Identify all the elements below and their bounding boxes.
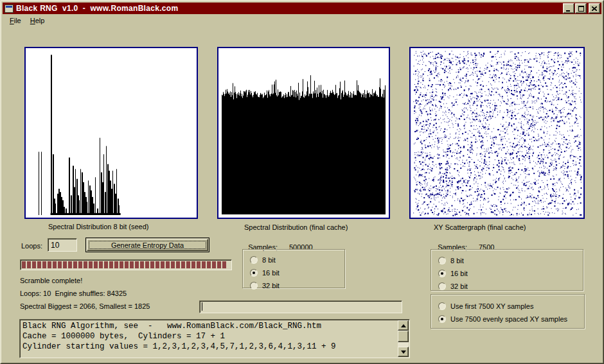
minimize-button[interactable] (563, 3, 574, 13)
progress-segment (135, 261, 139, 268)
progress-segment (181, 261, 185, 268)
progress-segment (48, 261, 51, 268)
log-scrollbar (398, 320, 409, 357)
generate-entropy-button-bevel: Generate Entropy Data (87, 239, 208, 251)
status-loops-shuffles: Loops: 10 Engine shuffles: 84325 (20, 290, 127, 297)
xy-scattergraph-chart (409, 47, 585, 219)
scatter-chart-caption: XY Scattergraph (final cache) (434, 223, 526, 231)
progress-segment (42, 261, 46, 268)
scroll-track[interactable] (398, 342, 409, 347)
radio-icon[interactable] (438, 257, 446, 264)
progress-segment (94, 261, 98, 268)
generate-entropy-button-label: Generate Entropy Data (111, 241, 184, 249)
progress-segment (202, 261, 206, 268)
status-spectral: Spectral Biggest = 2066, Smallest = 1825 (20, 302, 150, 310)
arrow-up-icon (401, 324, 406, 327)
xy-scattergraph-canvas (411, 48, 583, 218)
menu-help[interactable]: Help (26, 15, 49, 26)
progress-segment (145, 261, 149, 268)
progress-segment (37, 261, 41, 268)
close-button[interactable] (589, 3, 600, 13)
window-title: Black RNG v1.0 - www.RomanBlack.com (16, 3, 562, 14)
minimize-icon (566, 6, 571, 12)
progress-segment (109, 261, 113, 268)
radio-icon[interactable] (438, 282, 446, 290)
radio-label: 16 bit (450, 270, 468, 277)
progress-segment (27, 261, 31, 268)
app-icon[interactable] (4, 4, 13, 13)
maximize-icon (578, 6, 584, 12)
loops-label: Loops: (21, 242, 42, 250)
spectral-cache-canvas (218, 48, 389, 218)
algorithm-text: Black RNG Algorithm, see - www.RomanBlac… (20, 320, 409, 353)
progress-segment (166, 261, 170, 268)
progress-segment (217, 261, 221, 268)
cache-bits-8-bit[interactable]: 8 bit (243, 254, 344, 266)
status-scramble: Scramble complete! (20, 277, 82, 284)
maximize-button[interactable] (575, 3, 587, 13)
progress-segment (130, 261, 134, 268)
progress-segment (78, 261, 82, 268)
arrow-down-icon (401, 351, 406, 354)
progress-segment (161, 261, 164, 268)
progress-segment (212, 261, 216, 268)
radio-label: 32 bit (450, 282, 468, 290)
progress-segment (84, 261, 87, 268)
progress-segment (155, 261, 159, 268)
progress-segment (58, 261, 62, 268)
radio-icon[interactable] (438, 302, 446, 310)
scatter-bits-group: 8 bit16 bit32 bit (431, 249, 583, 291)
cache-bits-16-bit[interactable]: 16 bit (243, 266, 344, 279)
spectral-seed-canvas (26, 48, 197, 218)
progress-segment (53, 261, 57, 268)
progress-segment (191, 261, 195, 268)
progress-segment (99, 261, 103, 268)
scatter-bits-32-bit[interactable]: 32 bit (431, 280, 583, 293)
progress-segment (63, 261, 67, 268)
radio-icon[interactable] (250, 269, 258, 277)
progress-segment (68, 261, 72, 268)
scatter-bits-8-bit[interactable]: 8 bit (431, 254, 583, 267)
menu-file[interactable]: File (5, 15, 26, 26)
scroll-thumb[interactable] (398, 331, 409, 342)
scatter-bits-16-bit[interactable]: 16 bit (431, 267, 583, 280)
scatter-sampling-use-7500-evenly-spaced-xy-samples[interactable]: Use 7500 evenly spaced XY samples (431, 313, 584, 325)
scroll-up-button[interactable] (398, 320, 409, 331)
radio-label: Use first 7500 XY samples (450, 302, 533, 310)
scroll-down-button[interactable] (398, 347, 409, 357)
progress-segment (125, 261, 129, 268)
progress-segment (120, 261, 123, 268)
spectral-seed-chart (24, 47, 198, 219)
radio-icon[interactable] (250, 282, 258, 290)
progress-segment (186, 261, 190, 268)
progress-segment (89, 261, 93, 268)
progress-segment (22, 261, 26, 268)
seed-chart-caption: Spectral Distribution 8 bit (seed) (48, 223, 149, 230)
radio-icon[interactable] (438, 315, 446, 323)
scatter-sampling-use-first-7500-xy-samples[interactable]: Use first 7500 XY samples (431, 300, 584, 313)
progress-segment (171, 261, 175, 268)
titlebar-buttons (562, 3, 600, 13)
algorithm-log-box[interactable]: Black RNG Algorithm, see - www.RomanBlac… (19, 319, 410, 358)
radio-label: 32 bit (262, 282, 280, 290)
close-icon (592, 6, 597, 11)
cache-bits-group: 8 bit16 bit32 bit (242, 249, 345, 288)
cache-chart-caption: Spectral Distribution (final cache) (244, 223, 348, 231)
radio-label: Use 7500 evenly spaced XY samples (450, 315, 567, 323)
spectral-cache-chart (217, 47, 390, 219)
radio-icon[interactable] (250, 256, 258, 264)
text-caret (202, 302, 202, 311)
progress-segment (32, 261, 36, 268)
progress-segment (114, 261, 118, 268)
output-field[interactable] (199, 300, 402, 313)
radio-icon[interactable] (438, 270, 446, 277)
radio-label: 16 bit (262, 269, 280, 277)
cache-bits-32-bit[interactable]: 32 bit (243, 279, 344, 292)
progress-segment (197, 261, 200, 268)
progress-segment (150, 261, 154, 268)
loops-input[interactable]: 10 (48, 238, 77, 252)
progress-segment (222, 261, 226, 268)
scatter-sampling-group: Use first 7500 XY samplesUse 7500 evenly… (431, 294, 585, 329)
generate-entropy-button[interactable]: Generate Entropy Data (85, 238, 209, 252)
progress-segment (73, 261, 77, 268)
